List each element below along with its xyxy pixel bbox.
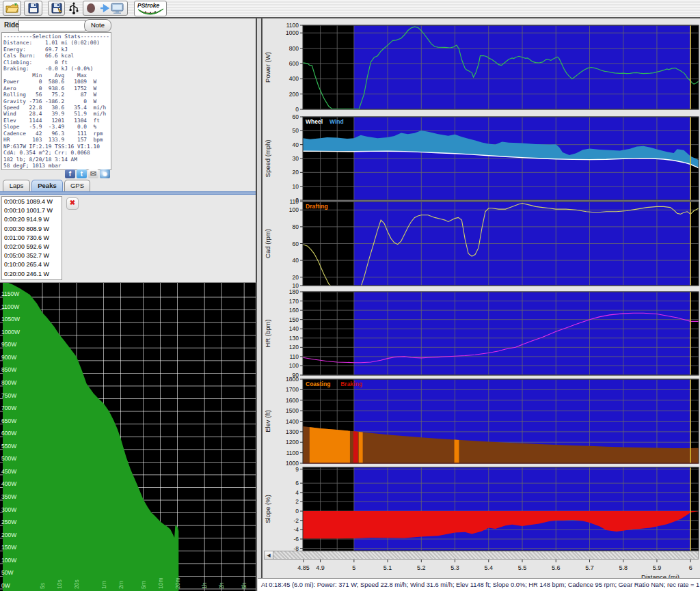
svg-text:-2: -2: [293, 517, 299, 524]
peak-item[interactable]: 0:20:00 246.1 W: [2, 270, 62, 279]
svg-text:4: 4: [295, 489, 299, 496]
peak-item[interactable]: 0:02:00 592.6 W: [2, 243, 62, 251]
svg-text:5.1: 5.1: [383, 564, 392, 571]
peaks-list[interactable]: 0:00:05 1089.4 W0:00:10 1001.7 W0:00:20 …: [1, 196, 62, 280]
svg-text:600W: 600W: [1, 430, 16, 437]
facebook-share-icon[interactable]: f: [65, 169, 75, 178]
svg-text:450W: 450W: [1, 468, 16, 475]
svg-text:900W: 900W: [1, 354, 16, 361]
svg-text:400: 400: [289, 75, 299, 82]
svg-text:400W: 400W: [1, 480, 16, 487]
usb-icon: [68, 1, 80, 15]
svg-text:5: 5: [352, 564, 355, 571]
legend-wind: Wind: [329, 118, 344, 125]
svg-text:9: 9: [295, 466, 299, 473]
usb-connect-button[interactable]: [68, 1, 80, 15]
svg-text:6: 6: [689, 564, 692, 571]
save-as-button[interactable]: [48, 1, 65, 16]
power-duration-svg[interactable]: 1150W1100W1050W1000W950W900W850W800W750W…: [0, 283, 256, 591]
send-to-device-button[interactable]: [83, 1, 128, 16]
svg-text:170: 170: [289, 298, 299, 305]
pstroke-logo-button[interactable]: PStroke: [134, 1, 167, 16]
svg-text:1700: 1700: [286, 386, 299, 393]
svg-text:800W: 800W: [1, 379, 16, 386]
selection-stats-box: ---------Selection Stats--------- Distan…: [1, 32, 111, 170]
panel-divider[interactable]: [256, 18, 262, 591]
peak-item[interactable]: 0:00:30 808.9 W: [2, 225, 62, 234]
svg-text:1100: 1100: [286, 450, 299, 456]
svg-text:1500: 1500: [286, 407, 299, 414]
svg-text:2: 2: [295, 498, 299, 505]
ride-name-input[interactable]: [18, 20, 85, 31]
email-share-icon[interactable]: ✉: [88, 169, 98, 178]
svg-text:300W: 300W: [1, 506, 16, 513]
svg-text:800: 800: [289, 45, 299, 52]
tab-gps[interactable]: GPS: [64, 180, 90, 191]
open-ride-button[interactable]: [3, 1, 21, 16]
svg-text:5.2: 5.2: [417, 564, 426, 571]
svg-text:-8: -8: [293, 545, 299, 552]
svg-text:120: 120: [289, 344, 299, 351]
save-floppy-icon: [28, 3, 39, 14]
svg-text:4.85: 4.85: [297, 564, 310, 571]
peak-item[interactable]: 0:05:00 352.7 W: [2, 251, 62, 260]
tab-laps[interactable]: Laps: [3, 180, 30, 191]
twitter-share-icon[interactable]: t: [77, 169, 87, 178]
toolbar: PStroke: [0, 0, 700, 18]
google-earth-icon[interactable]: ◉: [100, 169, 110, 178]
svg-text:150W: 150W: [1, 544, 16, 551]
slope-chart[interactable]: 96420-2-4-6-8Slope (%): [262, 462, 700, 556]
svg-text:20: 20: [293, 169, 299, 176]
speed-axis-label: Speed (mph): [264, 140, 271, 178]
svg-text:5.4: 5.4: [485, 564, 494, 571]
peak-item[interactable]: 0:00:20 914.9 W: [2, 215, 62, 224]
peak-item[interactable]: 0:01:00 730.6 W: [2, 234, 62, 243]
svg-text:5.6: 5.6: [552, 564, 561, 571]
svg-text:0W: 0W: [1, 582, 10, 589]
svg-text:100: 100: [289, 362, 299, 369]
legend-drafting: Drafting: [306, 203, 328, 210]
tab-peaks[interactable]: Peaks: [31, 180, 63, 191]
svg-text:200: 200: [289, 91, 299, 98]
svg-text:1000: 1000: [286, 29, 299, 36]
svg-text:4.9: 4.9: [316, 564, 325, 571]
delete-peaks-button[interactable]: ✖: [66, 197, 79, 210]
svg-text:50W: 50W: [1, 569, 13, 576]
legend-wheel: Wheel: [306, 118, 323, 125]
cad-chart[interactable]: Drafting1020406080100110Cad (rpm): [262, 196, 700, 291]
power-chart[interactable]: 020040060080010001100Power (W): [262, 20, 700, 115]
svg-text:10m: 10m: [157, 577, 164, 589]
svg-text:5s: 5s: [39, 583, 46, 589]
elev-chart[interactable]: CoastingBraking1000110012001300140015001…: [262, 374, 700, 469]
svg-text:50: 50: [293, 127, 299, 134]
svg-text:0: 0: [295, 508, 299, 514]
svg-text:350W: 350W: [1, 493, 16, 500]
svg-text:180: 180: [289, 288, 299, 295]
share-row: f t ✉ ◉: [65, 169, 110, 179]
svg-text:1m: 1m: [100, 581, 107, 589]
svg-text:20: 20: [293, 274, 299, 281]
hr-chart[interactable]: 90100110120130140150160170180HR (bpm): [262, 286, 700, 381]
peak-item[interactable]: 0:10:00 265.4 W: [2, 260, 62, 269]
svg-text:6: 6: [295, 480, 299, 486]
svg-text:850W: 850W: [1, 366, 16, 373]
svg-text:2h: 2h: [218, 582, 225, 589]
status-bar: At 0:18:45 (6.0 mi): Power: 371 W; Speed…: [258, 578, 700, 591]
svg-text:5.9: 5.9: [653, 564, 662, 571]
elev-axis-label: Elev (ft): [264, 410, 271, 432]
note-button[interactable]: Note: [84, 19, 111, 32]
svg-text:40: 40: [293, 141, 299, 148]
svg-text:1400: 1400: [286, 418, 299, 425]
save-button[interactable]: [24, 1, 42, 16]
svg-text:1h: 1h: [201, 582, 208, 589]
svg-text:5.3: 5.3: [450, 564, 459, 571]
svg-text:100W: 100W: [1, 557, 16, 564]
open-folder-icon: [5, 3, 19, 14]
peak-item[interactable]: 0:00:10 1001.7 W: [2, 206, 62, 215]
peak-item[interactable]: 0:00:05 1089.4 W: [2, 197, 62, 206]
peak-power-curve-chart[interactable]: 1150W1100W1050W1000W950W900W850W800W750W…: [0, 282, 256, 591]
speed-chart[interactable]: WheelWind0102030405060Speed (mph): [262, 111, 700, 206]
svg-text:60: 60: [293, 240, 299, 247]
svg-text:30: 30: [293, 155, 299, 162]
selection-stats-text: ---------Selection Stats--------- Distan…: [3, 33, 109, 169]
